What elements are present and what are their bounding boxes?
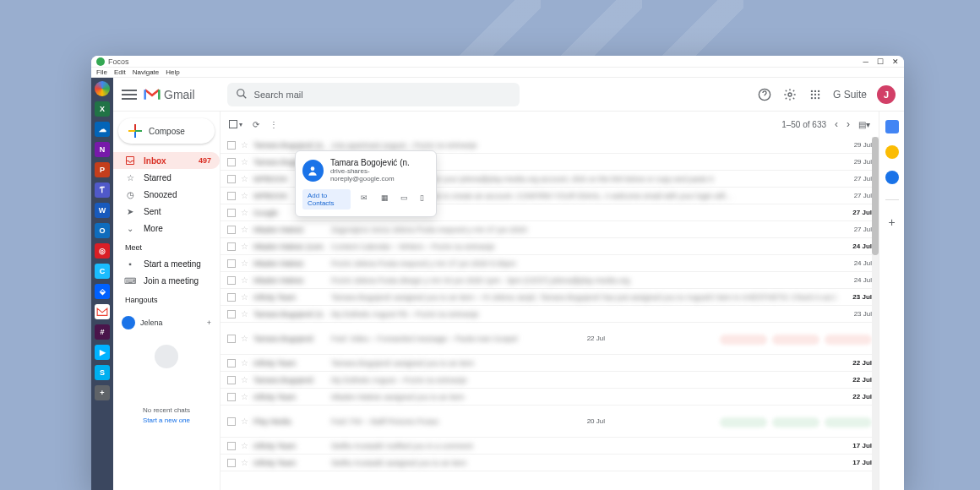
row-star-icon[interactable]: ☆ bbox=[241, 441, 248, 450]
refresh-icon[interactable]: ⟳ bbox=[253, 120, 259, 129]
mail-row[interactable]: ☆Infinity TeamStefko Kostadić assigned y… bbox=[220, 455, 879, 471]
hangouts-add-icon[interactable]: + bbox=[207, 318, 211, 327]
row-checkbox[interactable] bbox=[227, 242, 236, 251]
row-star-icon[interactable]: ☆ bbox=[241, 458, 248, 467]
rail-gmail-icon[interactable] bbox=[95, 304, 110, 319]
mail-row[interactable]: ☆Mladen MaksicZagorajevo sreca Jelena Po… bbox=[220, 221, 879, 238]
row-checkbox[interactable] bbox=[227, 276, 236, 285]
rail-slack-icon[interactable]: # bbox=[95, 324, 110, 340]
menu-help[interactable]: Help bbox=[166, 68, 179, 76]
row-checkbox[interactable] bbox=[227, 335, 236, 343]
row-checkbox[interactable] bbox=[227, 393, 236, 401]
rail-add-icon[interactable]: + bbox=[95, 385, 110, 400]
mail-row[interactable]: ☆Mladen MaksicPozivi Jelena Posta respon… bbox=[220, 255, 879, 272]
minimize-icon[interactable]: ─ bbox=[863, 57, 868, 66]
row-star-icon[interactable]: ☆ bbox=[241, 309, 248, 318]
row-star-icon[interactable]: ☆ bbox=[241, 191, 248, 200]
rail-onenote-icon[interactable]: N bbox=[95, 142, 110, 157]
apps-icon[interactable] bbox=[808, 87, 823, 102]
prev-page-icon[interactable]: ‹ bbox=[835, 118, 838, 130]
row-checkbox[interactable] bbox=[227, 209, 236, 217]
select-all-checkbox[interactable] bbox=[229, 120, 237, 128]
row-checkbox[interactable] bbox=[227, 158, 236, 166]
rail-powerpoint-icon[interactable]: P bbox=[95, 162, 110, 177]
row-star-icon[interactable]: ☆ bbox=[241, 392, 248, 401]
rail-onedrive-icon[interactable]: ☁ bbox=[95, 122, 110, 137]
addons-plus-icon[interactable]: + bbox=[885, 215, 899, 229]
row-checkbox[interactable] bbox=[227, 192, 236, 200]
row-star-icon[interactable]: ☆ bbox=[241, 334, 248, 343]
row-star-icon[interactable]: ☆ bbox=[241, 416, 248, 426]
row-star-icon[interactable]: ☆ bbox=[241, 375, 248, 384]
rail-focos-icon[interactable] bbox=[95, 81, 110, 96]
row-checkbox[interactable] bbox=[227, 459, 236, 467]
mail-row[interactable]: ☆Infinity TeamMladen Maksic assigned you… bbox=[220, 389, 879, 406]
close-icon[interactable]: ✕ bbox=[892, 57, 899, 66]
row-star-icon[interactable]: ☆ bbox=[241, 225, 248, 234]
menu-edit[interactable]: Edit bbox=[114, 68, 126, 76]
mail-row[interactable]: ☆Tamara BogojevićMy Esthetic Avgust – Po… bbox=[220, 372, 879, 389]
help-icon[interactable] bbox=[757, 87, 772, 102]
row-checkbox[interactable] bbox=[227, 376, 236, 384]
mail-row[interactable]: ☆Tamara BogojevićFwd: Video – Forwarded … bbox=[220, 323, 879, 355]
menu-file[interactable]: File bbox=[96, 68, 107, 76]
row-star-icon[interactable]: ☆ bbox=[241, 208, 248, 217]
rail-excel-icon[interactable]: X bbox=[95, 101, 110, 117]
mail-row[interactable]: ☆Infinity TeamTamara Bogojević assigned … bbox=[220, 355, 879, 372]
select-dropdown-icon[interactable]: ▾ bbox=[239, 121, 242, 128]
sidebar-item-snoozed[interactable]: ◷ Snoozed bbox=[113, 186, 220, 203]
calendar-app-icon[interactable] bbox=[885, 120, 899, 133]
mail-icon[interactable]: ✉ bbox=[361, 193, 370, 205]
mail-row[interactable]: ☆Infinity TeamStefko Kostadić notified y… bbox=[220, 438, 879, 455]
meet-start[interactable]: ▪ Start a meeting bbox=[113, 255, 220, 272]
attachment-chip[interactable] bbox=[772, 417, 819, 427]
row-star-icon[interactable]: ☆ bbox=[241, 259, 248, 268]
attachment-chip[interactable] bbox=[825, 417, 872, 427]
calendar-icon[interactable]: ▦ bbox=[381, 193, 390, 205]
account-avatar[interactable]: J bbox=[877, 85, 896, 104]
sidebar-item-sent[interactable]: ➤ Sent bbox=[113, 203, 220, 220]
rail-dropbox-icon[interactable]: ⬙ bbox=[95, 284, 110, 299]
gear-icon[interactable] bbox=[782, 87, 798, 102]
row-checkbox[interactable] bbox=[227, 359, 236, 368]
mail-row[interactable]: ☆Tamara Bogojević (n.My Esthetic Avgust … bbox=[220, 306, 879, 323]
mail-row[interactable]: ☆Infinity TeamTamara Bogojević assigned … bbox=[220, 289, 879, 306]
next-page-icon[interactable]: › bbox=[847, 118, 850, 130]
row-checkbox[interactable] bbox=[227, 141, 236, 150]
row-checkbox[interactable] bbox=[227, 259, 236, 268]
row-star-icon[interactable]: ☆ bbox=[241, 157, 248, 166]
start-chat-link[interactable]: Start a new one bbox=[143, 416, 190, 424]
row-checkbox[interactable] bbox=[227, 175, 236, 183]
chat-icon[interactable]: ▭ bbox=[400, 193, 410, 205]
sidebar-item-inbox[interactable]: Inbox 497 bbox=[113, 152, 220, 169]
input-tools-icon[interactable]: ▤▾ bbox=[858, 120, 870, 129]
hangouts-user[interactable]: Jelena + bbox=[122, 316, 211, 329]
sidebar-item-starred[interactable]: ☆ Starred bbox=[113, 169, 220, 186]
row-checkbox[interactable] bbox=[227, 226, 236, 234]
rail-outlook-icon[interactable]: O bbox=[95, 223, 110, 238]
rail-video-icon[interactable]: ▶ bbox=[95, 345, 110, 360]
row-checkbox[interactable] bbox=[227, 293, 236, 302]
rail-teams-icon[interactable]: Ƭ bbox=[95, 182, 110, 198]
more-icon[interactable]: ⋮ bbox=[270, 120, 278, 129]
row-star-icon[interactable]: ☆ bbox=[241, 292, 248, 302]
mail-row[interactable]: ☆Play MediaFwd: FW – Staff Pictures Posa… bbox=[220, 406, 879, 438]
menu-icon[interactable] bbox=[122, 90, 137, 100]
row-star-icon[interactable]: ☆ bbox=[241, 242, 248, 251]
add-to-contacts-button[interactable]: Add to Contacts bbox=[302, 189, 351, 210]
mail-row[interactable]: ☆Mladen MaksicPozivi Jelena Posta disegn… bbox=[220, 272, 879, 289]
keep-app-icon[interactable] bbox=[885, 145, 899, 159]
sidebar-item-more[interactable]: ⌄ More bbox=[113, 220, 220, 237]
attachment-chip[interactable] bbox=[720, 335, 767, 345]
rail-word-icon[interactable]: W bbox=[95, 203, 110, 218]
row-star-icon[interactable]: ☆ bbox=[241, 174, 248, 183]
video-call-icon[interactable]: ▯ bbox=[420, 193, 429, 205]
search-input[interactable]: Search mail bbox=[227, 83, 520, 106]
rail-c-icon[interactable]: C bbox=[95, 264, 110, 279]
mail-row[interactable]: ☆Mladen Maksic (com.Content Calendar – W… bbox=[220, 238, 879, 255]
meet-join[interactable]: ⌨ Join a meeting bbox=[113, 272, 220, 289]
maximize-icon[interactable]: ☐ bbox=[877, 57, 884, 66]
row-star-icon[interactable]: ☆ bbox=[241, 275, 248, 285]
menu-navigate[interactable]: Navigate bbox=[133, 68, 160, 76]
scrollbar-thumb[interactable] bbox=[872, 137, 879, 255]
